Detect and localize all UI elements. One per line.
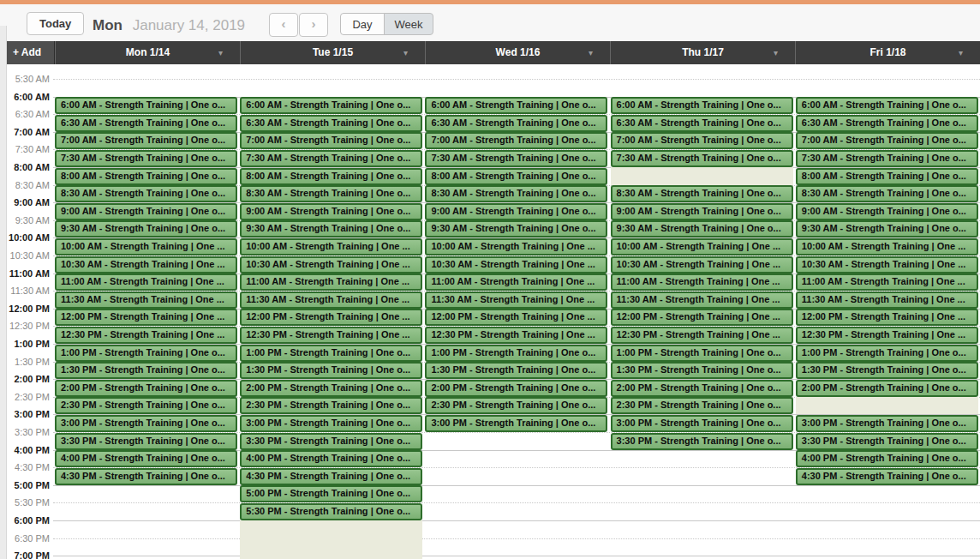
calendar-event[interactable]: 8:30 AM - Strength Training | One o...Pe… — [240, 185, 422, 202]
calendar-event[interactable]: 4:00 PM - Strength Training | One o...Ni… — [55, 450, 237, 467]
add-button[interactable]: + Add — [0, 41, 55, 64]
calendar-event[interactable]: 8:30 AM - Strength Training | One o...Ma… — [611, 185, 793, 202]
calendar-event[interactable]: 12:30 PM - Strength Training | One ...Bi… — [240, 327, 422, 344]
calendar-event[interactable]: 8:30 AM - Strength Training | One o...Hu… — [796, 185, 978, 202]
calendar-event[interactable]: 7:00 AM - Strength Training | One o...Bi… — [611, 132, 793, 149]
calendar-event[interactable]: 4:30 PM - Strength Training | One o...Ke… — [55, 468, 237, 485]
chevron-down-icon[interactable]: ▾ — [403, 41, 408, 64]
calendar-event[interactable]: 7:00 AM - Strength Training | One o...Jo… — [425, 132, 607, 149]
calendar-event[interactable]: 1:30 PM - Strength Training | One o...Er… — [611, 362, 793, 379]
calendar-event[interactable]: 10:00 AM - Strength Training | One ...De… — [611, 238, 793, 255]
calendar-event[interactable]: 11:30 AM - Strength Training | One ...Su… — [55, 292, 237, 309]
chevron-down-icon[interactable]: ▾ — [218, 41, 223, 64]
calendar-event[interactable]: 9:00 AM - Strength Training | One o...Bo… — [611, 203, 793, 220]
calendar-event[interactable]: 11:00 AM - Strength Training | One ...Co… — [240, 273, 422, 291]
calendar-event[interactable]: 11:00 AM - Strength Training | One ...Er… — [55, 273, 237, 291]
calendar-event[interactable]: 10:00 AM - Strength Training | One ...Ro… — [55, 238, 237, 255]
calendar-event[interactable]: 6:30 AM - Strength Training | One o...Ke… — [55, 115, 237, 132]
calendar-event[interactable]: 1:30 PM - Strength Training | One o...Na… — [425, 362, 607, 379]
calendar-event[interactable]: 12:00 PM - Strength Training | One ...Br… — [425, 309, 607, 326]
calendar-event[interactable]: 10:30 AM - Strength Training | One ...Ma… — [55, 256, 237, 273]
day-header-wed[interactable]: Wed 1/16▾ — [425, 41, 610, 64]
day-column[interactable]: 6:00 AM - Strength Training | One o...Ma… — [796, 64, 978, 559]
calendar-event[interactable]: 3:30 PM - Strength Training | One o...Sc… — [796, 433, 978, 450]
calendar-event[interactable]: 6:00 AM - Strength Training | One o...As… — [425, 97, 607, 114]
calendar-event[interactable]: 4:30 PM - Strength Training | One o...Ke… — [796, 468, 978, 485]
calendar-event[interactable]: 9:30 AM - Strength Training | One o...Pa… — [425, 220, 607, 237]
calendar-event[interactable]: 8:00 AM - Strength Training | One o...Kr… — [425, 168, 607, 185]
calendar-event[interactable]: 10:00 AM - Strength Training | One ...Ro… — [240, 238, 422, 255]
calendar-event[interactable]: 3:30 PM - Strength Training | One o...Ro… — [240, 433, 422, 450]
calendar-event[interactable]: 12:00 PM - Strength Training | One ...Pa… — [240, 309, 422, 326]
calendar-event[interactable]: 1:30 PM - Strength Training | One o...Je… — [796, 362, 978, 379]
calendar-event[interactable]: 1:00 PM - Strength Training | One o...Gl… — [425, 345, 607, 362]
day-header-fri[interactable]: Fri 1/18▾ — [795, 41, 980, 64]
calendar-event[interactable]: 1:00 PM - Strength Training | One o...Da… — [240, 345, 422, 362]
day-column[interactable]: 6:00 AM - Strength Training | One o...As… — [425, 64, 607, 559]
calendar-event[interactable]: 2:00 PM - Strength Training | One o...Ma… — [240, 380, 422, 397]
next-button[interactable]: › — [299, 13, 328, 37]
calendar-event[interactable]: 8:00 AM - Strength Training | One o...Ca… — [240, 168, 422, 185]
calendar-event[interactable]: 12:30 PM - Strength Training | One ...Sh… — [611, 327, 793, 344]
calendar-event[interactable]: 12:00 PM - Strength Training | One ...Ke… — [611, 309, 793, 326]
chevron-down-icon[interactable]: ▾ — [774, 41, 778, 64]
calendar-event[interactable]: 3:00 PM - Strength Training | One o...Ka… — [55, 415, 237, 432]
calendar-event[interactable]: 9:30 AM - Strength Training | One o...Ma… — [240, 220, 422, 237]
calendar-event[interactable]: 2:00 PM - Strength Training | One o...Ba… — [425, 380, 607, 397]
chevron-down-icon[interactable]: ▾ — [589, 41, 593, 64]
calendar-event[interactable]: 7:00 AM - Strength Training | One o...Bi… — [55, 132, 237, 149]
calendar-event[interactable]: 7:30 AM - Strength Training | One o...Da… — [55, 150, 237, 167]
calendar-event[interactable]: 7:00 AM - Strength Training | One o...Ka… — [796, 132, 978, 149]
calendar-event[interactable]: 6:30 AM - Strength Training | One o...De… — [796, 115, 978, 132]
calendar-event[interactable]: 11:00 AM - Strength Training | One ...Do… — [425, 273, 607, 291]
calendar-event[interactable]: 7:00 AM - Strength Training | One o...Ch… — [240, 132, 422, 149]
calendar-event[interactable]: 11:30 AM - Strength Training | One ...Ca… — [240, 292, 422, 309]
calendar-event[interactable]: 2:30 PM - Strength Training | One o...No… — [425, 397, 607, 414]
calendar-event[interactable]: 10:00 AM - Strength Training | One ...El… — [425, 238, 607, 255]
calendar-event[interactable]: 9:30 AM - Strength Training | One o...St… — [796, 220, 978, 237]
calendar-event[interactable]: 3:00 PM - Strength Training | One o...He… — [240, 415, 422, 432]
calendar-event[interactable]: 9:00 AM - Strength Training | One o...Ka… — [425, 203, 607, 220]
calendar-event[interactable]: 6:00 AM - Strength Training | One o...Je… — [611, 97, 793, 114]
calendar-event[interactable]: 3:00 PM - Strength Training | One o...Sa… — [425, 415, 607, 432]
calendar-event[interactable]: 11:00 AM - Strength Training | One ...Ca… — [611, 273, 793, 291]
calendar-event[interactable]: 6:00 AM - Strength Training | One o...Ma… — [240, 97, 422, 114]
day-column[interactable]: 6:00 AM - Strength Training | One o...Ma… — [240, 64, 422, 559]
calendar-event[interactable]: 6:30 AM - Strength Training | One o...Sa… — [425, 115, 607, 132]
calendar-event[interactable]: 10:00 AM - Strength Training | One ...Ro… — [796, 238, 978, 255]
calendar-event[interactable]: 8:00 AM - Strength Training | One o...Lu… — [55, 168, 237, 185]
calendar-event[interactable]: 12:30 PM - Strength Training | One ...Ch… — [425, 327, 607, 344]
view-toggle-day[interactable]: Day — [340, 13, 385, 35]
calendar-event[interactable]: 4:00 PM - Strength Training | One o...Ri… — [796, 450, 978, 467]
day-column[interactable]: 6:00 AM - Strength Training | One o...An… — [55, 64, 237, 559]
calendar-event[interactable]: 8:30 AM - Strength Training | One o...Sh… — [425, 185, 607, 202]
calendar-event[interactable]: 6:30 AM - Strength Training | One o...Ro… — [240, 115, 422, 132]
calendar-event[interactable]: 7:30 AM - Strength Training | One o...Lu… — [611, 150, 793, 167]
calendar-event[interactable]: 1:30 PM - Strength Training | One o...Sh… — [55, 362, 237, 379]
calendar-event[interactable]: 10:30 AM - Strength Training | One ...Lo… — [611, 256, 793, 273]
calendar-event[interactable]: 8:30 AM - Strength Training | One o...Ro… — [55, 185, 237, 202]
calendar-event[interactable]: 11:30 AM - Strength Training | One ...Gr… — [796, 292, 978, 309]
calendar-event[interactable]: 11:00 AM - Strength Training | One ...Co… — [796, 273, 978, 291]
chevron-down-icon[interactable]: ▾ — [959, 41, 963, 64]
calendar-event[interactable]: 7:30 AM - Strength Training | One o...Ti… — [240, 150, 422, 167]
view-toggle-week[interactable]: Week — [384, 13, 433, 35]
calendar-event[interactable]: 10:30 AM - Strength Training | One ...Mi… — [240, 256, 422, 273]
calendar-event[interactable]: 2:00 PM - Strength Training | One o...Ke… — [611, 380, 793, 397]
day-column[interactable]: 6:00 AM - Strength Training | One o...Je… — [611, 64, 793, 559]
calendar-event[interactable]: 12:30 PM - Strength Training | One ...Je… — [55, 327, 237, 344]
calendar-event[interactable]: 1:00 PM - Strength Training | One o...Na… — [796, 345, 978, 362]
calendar-event[interactable]: 6:00 AM - Strength Training | One o...Ma… — [796, 97, 978, 114]
calendar-event[interactable]: 10:30 AM - Strength Training | One ...Sa… — [796, 256, 978, 273]
calendar-event[interactable]: 3:30 PM - Strength Training | One o...No… — [611, 433, 793, 450]
calendar-event[interactable]: 10:30 AM - Strength Training | One ...Ma… — [425, 256, 607, 273]
calendar-event[interactable]: 6:30 AM - Strength Training | One o...La… — [611, 115, 793, 132]
calendar-event[interactable]: 2:30 PM - Strength Training | One o...Jo… — [55, 397, 237, 414]
calendar-event[interactable]: 2:30 PM - Strength Training | One o...Ha… — [240, 397, 422, 414]
calendar-event[interactable]: 4:30 PM - Strength Training | One o...St… — [240, 468, 422, 485]
calendar-event[interactable]: 6:00 AM - Strength Training | One o...An… — [55, 97, 237, 114]
today-button[interactable]: Today — [27, 12, 84, 35]
calendar-event[interactable]: 1:30 PM - Strength Training | One o...Ma… — [240, 362, 422, 379]
calendar-event[interactable]: 8:00 AM - Strength Training | One o...Pa… — [796, 168, 978, 185]
calendar-event[interactable]: 9:30 AM - Strength Training | One o...Am… — [611, 220, 793, 237]
